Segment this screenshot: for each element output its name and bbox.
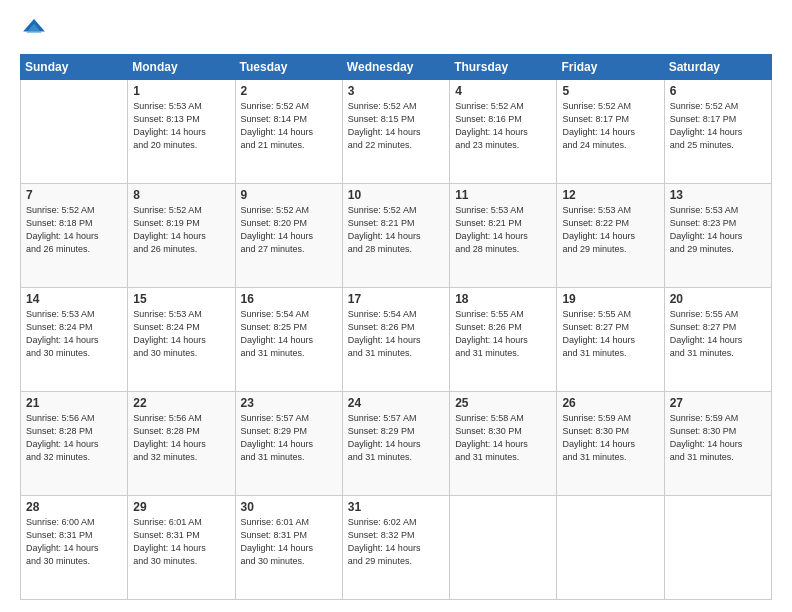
calendar-cell: 1Sunrise: 5:53 AM Sunset: 8:13 PM Daylig… xyxy=(128,80,235,184)
day-number: 16 xyxy=(241,292,337,306)
cell-info: Sunrise: 5:52 AM Sunset: 8:20 PM Dayligh… xyxy=(241,204,337,256)
calendar-cell: 29Sunrise: 6:01 AM Sunset: 8:31 PM Dayli… xyxy=(128,496,235,600)
weekday-header-monday: Monday xyxy=(128,55,235,80)
day-number: 28 xyxy=(26,500,122,514)
calendar-cell: 18Sunrise: 5:55 AM Sunset: 8:26 PM Dayli… xyxy=(450,288,557,392)
calendar-cell: 14Sunrise: 5:53 AM Sunset: 8:24 PM Dayli… xyxy=(21,288,128,392)
cell-info: Sunrise: 5:59 AM Sunset: 8:30 PM Dayligh… xyxy=(562,412,658,464)
cell-info: Sunrise: 6:01 AM Sunset: 8:31 PM Dayligh… xyxy=(133,516,229,568)
calendar-cell: 8Sunrise: 5:52 AM Sunset: 8:19 PM Daylig… xyxy=(128,184,235,288)
calendar-cell: 26Sunrise: 5:59 AM Sunset: 8:30 PM Dayli… xyxy=(557,392,664,496)
day-number: 26 xyxy=(562,396,658,410)
cell-info: Sunrise: 6:00 AM Sunset: 8:31 PM Dayligh… xyxy=(26,516,122,568)
cell-info: Sunrise: 5:53 AM Sunset: 8:22 PM Dayligh… xyxy=(562,204,658,256)
day-number: 23 xyxy=(241,396,337,410)
calendar-cell: 27Sunrise: 5:59 AM Sunset: 8:30 PM Dayli… xyxy=(664,392,771,496)
calendar-cell: 7Sunrise: 5:52 AM Sunset: 8:18 PM Daylig… xyxy=(21,184,128,288)
calendar-cell: 10Sunrise: 5:52 AM Sunset: 8:21 PM Dayli… xyxy=(342,184,449,288)
week-row-3: 14Sunrise: 5:53 AM Sunset: 8:24 PM Dayli… xyxy=(21,288,772,392)
cell-info: Sunrise: 5:54 AM Sunset: 8:25 PM Dayligh… xyxy=(241,308,337,360)
day-number: 2 xyxy=(241,84,337,98)
day-number: 14 xyxy=(26,292,122,306)
day-number: 1 xyxy=(133,84,229,98)
logo-icon xyxy=(20,16,48,44)
calendar-cell: 24Sunrise: 5:57 AM Sunset: 8:29 PM Dayli… xyxy=(342,392,449,496)
calendar-cell: 5Sunrise: 5:52 AM Sunset: 8:17 PM Daylig… xyxy=(557,80,664,184)
cell-info: Sunrise: 5:52 AM Sunset: 8:17 PM Dayligh… xyxy=(562,100,658,152)
cell-info: Sunrise: 5:53 AM Sunset: 8:23 PM Dayligh… xyxy=(670,204,766,256)
day-number: 19 xyxy=(562,292,658,306)
cell-info: Sunrise: 5:57 AM Sunset: 8:29 PM Dayligh… xyxy=(348,412,444,464)
day-number: 12 xyxy=(562,188,658,202)
calendar-cell: 13Sunrise: 5:53 AM Sunset: 8:23 PM Dayli… xyxy=(664,184,771,288)
calendar-cell: 22Sunrise: 5:56 AM Sunset: 8:28 PM Dayli… xyxy=(128,392,235,496)
cell-info: Sunrise: 5:56 AM Sunset: 8:28 PM Dayligh… xyxy=(133,412,229,464)
cell-info: Sunrise: 5:56 AM Sunset: 8:28 PM Dayligh… xyxy=(26,412,122,464)
day-number: 29 xyxy=(133,500,229,514)
cell-info: Sunrise: 5:52 AM Sunset: 8:14 PM Dayligh… xyxy=(241,100,337,152)
calendar-cell: 2Sunrise: 5:52 AM Sunset: 8:14 PM Daylig… xyxy=(235,80,342,184)
calendar-cell: 17Sunrise: 5:54 AM Sunset: 8:26 PM Dayli… xyxy=(342,288,449,392)
cell-info: Sunrise: 5:52 AM Sunset: 8:19 PM Dayligh… xyxy=(133,204,229,256)
weekday-header-tuesday: Tuesday xyxy=(235,55,342,80)
calendar-cell: 25Sunrise: 5:58 AM Sunset: 8:30 PM Dayli… xyxy=(450,392,557,496)
cell-info: Sunrise: 5:53 AM Sunset: 8:24 PM Dayligh… xyxy=(133,308,229,360)
calendar-cell: 28Sunrise: 6:00 AM Sunset: 8:31 PM Dayli… xyxy=(21,496,128,600)
calendar-cell: 6Sunrise: 5:52 AM Sunset: 8:17 PM Daylig… xyxy=(664,80,771,184)
week-row-1: 1Sunrise: 5:53 AM Sunset: 8:13 PM Daylig… xyxy=(21,80,772,184)
day-number: 9 xyxy=(241,188,337,202)
logo xyxy=(20,16,52,44)
cell-info: Sunrise: 6:01 AM Sunset: 8:31 PM Dayligh… xyxy=(241,516,337,568)
day-number: 7 xyxy=(26,188,122,202)
cell-info: Sunrise: 5:52 AM Sunset: 8:15 PM Dayligh… xyxy=(348,100,444,152)
calendar-table: SundayMondayTuesdayWednesdayThursdayFrid… xyxy=(20,54,772,600)
cell-info: Sunrise: 5:53 AM Sunset: 8:13 PM Dayligh… xyxy=(133,100,229,152)
calendar-cell: 9Sunrise: 5:52 AM Sunset: 8:20 PM Daylig… xyxy=(235,184,342,288)
calendar-cell: 20Sunrise: 5:55 AM Sunset: 8:27 PM Dayli… xyxy=(664,288,771,392)
cell-info: Sunrise: 5:53 AM Sunset: 8:21 PM Dayligh… xyxy=(455,204,551,256)
weekday-header-friday: Friday xyxy=(557,55,664,80)
week-row-5: 28Sunrise: 6:00 AM Sunset: 8:31 PM Dayli… xyxy=(21,496,772,600)
cell-info: Sunrise: 5:55 AM Sunset: 8:27 PM Dayligh… xyxy=(670,308,766,360)
cell-info: Sunrise: 5:55 AM Sunset: 8:27 PM Dayligh… xyxy=(562,308,658,360)
day-number: 17 xyxy=(348,292,444,306)
calendar-cell: 30Sunrise: 6:01 AM Sunset: 8:31 PM Dayli… xyxy=(235,496,342,600)
day-number: 8 xyxy=(133,188,229,202)
calendar-cell: 21Sunrise: 5:56 AM Sunset: 8:28 PM Dayli… xyxy=(21,392,128,496)
day-number: 13 xyxy=(670,188,766,202)
weekday-header-row: SundayMondayTuesdayWednesdayThursdayFrid… xyxy=(21,55,772,80)
cell-info: Sunrise: 5:54 AM Sunset: 8:26 PM Dayligh… xyxy=(348,308,444,360)
calendar-cell: 12Sunrise: 5:53 AM Sunset: 8:22 PM Dayli… xyxy=(557,184,664,288)
weekday-header-thursday: Thursday xyxy=(450,55,557,80)
day-number: 24 xyxy=(348,396,444,410)
day-number: 21 xyxy=(26,396,122,410)
weekday-header-wednesday: Wednesday xyxy=(342,55,449,80)
page: SundayMondayTuesdayWednesdayThursdayFrid… xyxy=(0,0,792,612)
cell-info: Sunrise: 5:52 AM Sunset: 8:18 PM Dayligh… xyxy=(26,204,122,256)
calendar-cell: 23Sunrise: 5:57 AM Sunset: 8:29 PM Dayli… xyxy=(235,392,342,496)
week-row-4: 21Sunrise: 5:56 AM Sunset: 8:28 PM Dayli… xyxy=(21,392,772,496)
header xyxy=(20,16,772,44)
cell-info: Sunrise: 5:52 AM Sunset: 8:16 PM Dayligh… xyxy=(455,100,551,152)
cell-info: Sunrise: 5:53 AM Sunset: 8:24 PM Dayligh… xyxy=(26,308,122,360)
day-number: 15 xyxy=(133,292,229,306)
day-number: 27 xyxy=(670,396,766,410)
day-number: 6 xyxy=(670,84,766,98)
weekday-header-sunday: Sunday xyxy=(21,55,128,80)
day-number: 11 xyxy=(455,188,551,202)
weekday-header-saturday: Saturday xyxy=(664,55,771,80)
calendar-cell: 3Sunrise: 5:52 AM Sunset: 8:15 PM Daylig… xyxy=(342,80,449,184)
cell-info: Sunrise: 5:55 AM Sunset: 8:26 PM Dayligh… xyxy=(455,308,551,360)
day-number: 20 xyxy=(670,292,766,306)
day-number: 22 xyxy=(133,396,229,410)
day-number: 25 xyxy=(455,396,551,410)
day-number: 3 xyxy=(348,84,444,98)
cell-info: Sunrise: 5:58 AM Sunset: 8:30 PM Dayligh… xyxy=(455,412,551,464)
calendar-cell: 15Sunrise: 5:53 AM Sunset: 8:24 PM Dayli… xyxy=(128,288,235,392)
cell-info: Sunrise: 6:02 AM Sunset: 8:32 PM Dayligh… xyxy=(348,516,444,568)
day-number: 31 xyxy=(348,500,444,514)
day-number: 5 xyxy=(562,84,658,98)
day-number: 10 xyxy=(348,188,444,202)
cell-info: Sunrise: 5:59 AM Sunset: 8:30 PM Dayligh… xyxy=(670,412,766,464)
calendar-cell: 31Sunrise: 6:02 AM Sunset: 8:32 PM Dayli… xyxy=(342,496,449,600)
